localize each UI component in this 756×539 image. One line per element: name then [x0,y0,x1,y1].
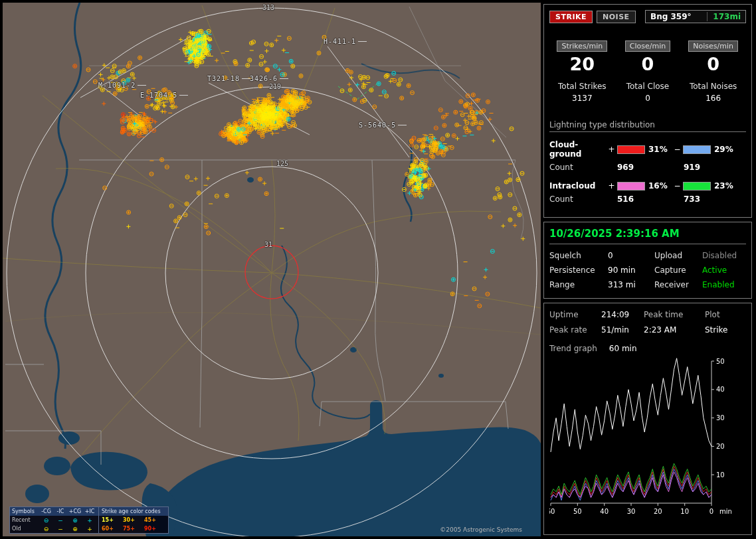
cloud-ground-row: Cloud-ground + 31% − 29% [549,140,746,159]
legend-symbols: Symbols-CG-IC+CG+ICRecent⊖−⊕+Old⊖−⊕+ [10,507,99,533]
rate-columns: Strikes/min 20 Total Strikes 3137 Close/… [549,40,746,103]
strikes-per-min-button[interactable]: Strikes/min [557,40,607,52]
capture-status: Active [702,266,746,275]
upload-status: Disabled [702,251,746,260]
intracloud-count-row: Count 516 733 [549,194,746,204]
intracloud-row: Intracloud + 16% − 23% [549,181,746,191]
cg-negative-count: 919 [674,163,741,172]
trend-graph: 50403020106050403020100min [549,357,746,523]
cg-positive-bar [617,145,645,154]
count-label: Count [549,163,608,172]
legend-age-codes: Strike age color codes 15+30+45+60+75+90… [99,507,168,533]
map-canvas [3,3,541,536]
total-close-value: 0 [615,94,681,103]
svg-text:0: 0 [709,508,713,515]
ic-positive-pct: 16% [647,181,674,191]
bearing-value: Bng 359° [650,12,692,21]
trend-header: Trend graph 60 min [549,344,746,353]
noise-indicator-button[interactable]: NOISE [597,11,636,23]
persistence-value: 90 min [608,266,654,275]
ic-negative-pct: 23% [713,181,739,191]
distance-value: 173mi [707,12,741,21]
plot-label: Plot [705,310,746,319]
close-per-min-column: Close/min 0 Total Close 0 [615,40,681,103]
strike-symbols [73,29,525,308]
range-value: 313 mi [608,280,654,289]
close-per-min-button[interactable]: Close/min [625,40,670,52]
svg-text:30: 30 [627,508,636,515]
trend-panel: Uptime 214:09 Peak time Plot Peak rate 5… [543,303,752,535]
cloud-ground-count-row: Count 969 919 [549,163,746,172]
strikes-per-min-value: 20 [549,54,615,75]
total-noises-value: 166 [680,94,746,103]
receiver-status: Enabled [702,280,746,289]
strikes-per-min-column: Strikes/min 20 Total Strikes 3137 [549,40,615,103]
svg-text:min: min [719,508,732,515]
intracloud-label: Intracloud [549,181,608,191]
svg-text:60: 60 [549,508,555,515]
noises-per-min-column: Noises/min 0 Total Noises 166 [680,40,746,103]
total-strikes-value: 3137 [549,94,615,103]
noises-per-min-value: 0 [680,54,746,75]
peak-rate-label: Peak rate [549,325,601,335]
total-noises-label: Total Noises [680,82,746,91]
total-strikes-label: Total Strikes [549,82,615,91]
plot-value: Strike [705,325,746,335]
datetime-display: 10/26/2025 2:39:16 AM [549,228,746,244]
minus-sign: − [674,181,681,191]
svg-text:20: 20 [654,508,662,515]
cg-positive-pct: 31% [647,145,674,154]
svg-text:40: 40 [600,508,609,515]
ic-negative-bar [683,182,711,191]
uptime-label: Uptime [549,310,601,319]
lightning-tracker-app: 31321912531M-1091-2E-1704-5T321-183426-6… [0,0,756,539]
svg-text:20: 20 [716,443,725,450]
cg-negative-bar [683,145,711,154]
indicator-row: STRIKE NOISE Bng 359° 173mi [549,10,746,23]
ic-positive-bar [617,182,645,191]
rivers [45,3,460,449]
cloud-ground-label: Cloud-ground [549,140,608,159]
noises-per-min-button[interactable]: Noises/min [688,40,738,52]
receiver-label: Receiver [654,280,702,289]
performance-grid: Uptime 214:09 Peak time Plot Peak rate 5… [549,310,746,335]
legend-age-title: Strike age color codes [99,507,168,516]
distribution-title: Lightning type distribution [549,120,746,132]
strike-stats-panel: STRIKE NOISE Bng 359° 173mi Strikes/min … [543,4,752,218]
map-legend: Symbols-CG-IC+CG+ICRecent⊖−⊕+Old⊖−⊕+ Str… [9,506,169,534]
peak-time-value: 2:23 AM [644,325,705,335]
bearing-display: Bng 359° 173mi [645,10,746,23]
system-status-panel: 10/26/2025 2:39:16 AM Squelch 0 Upload D… [543,222,752,299]
peak-rate-value: 51/min [601,325,644,335]
trend-graph-label: Trend graph [549,344,597,353]
water-shapes [25,177,541,536]
settings-grid: Squelch 0 Upload Disabled Persistence 90… [549,251,746,289]
squelch-label: Squelch [549,251,608,260]
count-label: Count [549,194,608,204]
plus-sign: + [608,181,615,191]
cg-positive-count: 969 [608,163,674,172]
svg-text:10: 10 [680,508,689,515]
ic-negative-count: 733 [674,194,741,204]
svg-text:10: 10 [716,471,725,479]
state-borders [5,7,523,465]
minus-sign: − [674,145,681,154]
trend-window-value: 60 min [609,344,637,353]
range-label: Range [549,280,608,289]
roads [3,5,541,454]
svg-text:50: 50 [573,508,582,515]
svg-text:40: 40 [716,386,725,393]
total-close-label: Total Close [615,82,681,91]
close-per-min-value: 0 [615,54,681,75]
plus-sign: + [608,145,615,154]
uptime-value: 214:09 [601,310,644,319]
ic-positive-count: 516 [608,194,674,204]
svg-text:30: 30 [716,414,725,422]
lightning-map[interactable]: 31321912531M-1091-2E-1704-5T321-183426-6… [3,3,541,536]
svg-text:50: 50 [716,358,725,365]
peak-time-label: Peak time [644,310,705,319]
sidebar: STRIKE NOISE Bng 359° 173mi Strikes/min … [543,4,752,535]
squelch-value: 0 [608,251,654,260]
strike-indicator-button[interactable]: STRIKE [549,11,593,23]
capture-label: Capture [654,266,702,275]
